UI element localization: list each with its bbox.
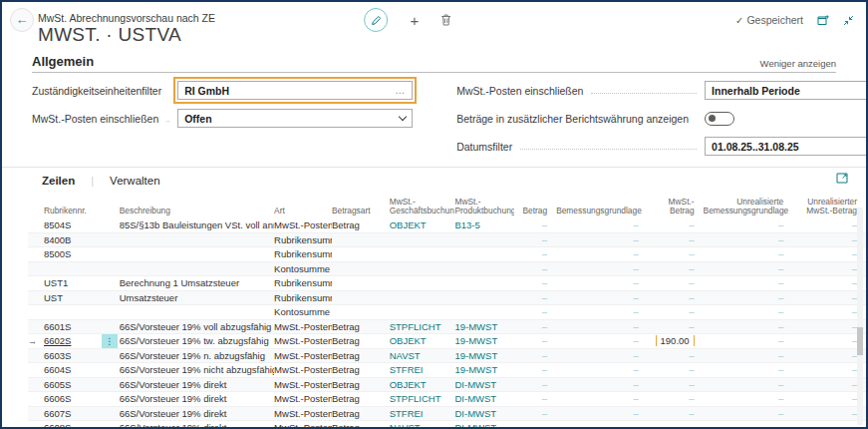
cell-mwst-produktbuchungsgruppe[interactable]: DI-MWST xyxy=(454,422,514,429)
table-row[interactable]: USTUmsatzsteuerRubrikensumme––––– xyxy=(28,291,866,306)
column-header[interactable]: MwSt.-Betrag xyxy=(648,198,704,216)
cell-beschreibung: 66S/Vorsteuer 19% nicht abzugsfähig xyxy=(120,364,274,375)
tab-verwalten[interactable]: Verwalten xyxy=(110,175,160,187)
cell-rubrikennr[interactable]: 6606S xyxy=(44,393,102,404)
cell-rubrikennr[interactable]: UST xyxy=(44,292,102,303)
cell-bemessungsgrundlage: – xyxy=(556,335,648,346)
table-row[interactable]: 8504S85S/§13b Bauleistungen VSt. voll an… xyxy=(28,218,866,233)
cell-rubrikennr[interactable]: 8504S xyxy=(44,219,102,230)
table-row[interactable]: 8500SRubrikensumme––––– xyxy=(28,247,866,262)
cell-mwst-geschaeftsbuchungsgruppe[interactable]: OBJEKT xyxy=(390,379,455,390)
field-value: 01.08.25..31.08.25 xyxy=(712,141,868,153)
table-row[interactable]: Kontosumme––––– xyxy=(28,305,866,320)
column-header[interactable]: Unrealisierter MwSt.-Betrag xyxy=(792,198,866,216)
collapse-button[interactable] xyxy=(843,15,854,26)
table-row[interactable]: 6601S66S/Vorsteuer 19% voll abzugsfähigM… xyxy=(28,320,866,335)
column-header[interactable]: MwSt.-Produktbuchungs... xyxy=(454,198,514,216)
cell-mwst-geschaeftsbuchungsgruppe[interactable]: STPFLICHT xyxy=(390,321,455,332)
cell-mwst-betrag: – xyxy=(648,393,704,404)
cell-mwst-produktbuchungsgruppe[interactable]: 19-MWST xyxy=(454,321,514,332)
datumsfilter-input[interactable]: 01.08.25..31.08.25 xyxy=(705,137,868,156)
cell-rubrikennr[interactable]: UST1 xyxy=(44,277,102,288)
cell-betragsart: Betrag xyxy=(332,422,390,429)
zustaendigkeitseinheitenfilter-input[interactable]: RI GmbH … xyxy=(177,81,413,100)
table-row[interactable]: 6603S66S/Vorsteuer 19% n. abzugsfähigMwS… xyxy=(28,349,866,364)
row-options-icon[interactable]: ⋮ xyxy=(102,334,118,348)
cell-mwst-geschaeftsbuchungsgruppe[interactable]: NAVST xyxy=(390,422,455,429)
cell-rubrikennr[interactable]: 6608S xyxy=(44,422,102,429)
mwst-posten-periode-select[interactable]: Innerhalb Periode xyxy=(705,81,868,100)
table-row[interactable]: →6602S⋮66S/Vorsteuer 19% tw. abzugsfähig… xyxy=(28,334,866,349)
edit-button[interactable] xyxy=(365,8,389,32)
delete-button[interactable] xyxy=(440,14,451,26)
cell-rubrikennr[interactable]: 6607S xyxy=(44,408,102,419)
cell-unrealisierte-bemessungsgrundlage: – xyxy=(704,393,793,404)
cell-mwst-produktbuchungsgruppe[interactable]: 19-MWST xyxy=(454,350,514,361)
cell-mwst-geschaeftsbuchungsgruppe[interactable]: OBJEKT xyxy=(390,219,455,230)
column-header[interactable]: Betragsart xyxy=(332,207,390,216)
cell-mwst-produktbuchungsgruppe[interactable]: 19-MWST xyxy=(454,364,514,375)
cell-mwst-geschaeftsbuchungsgruppe[interactable]: OBJEKT xyxy=(390,335,455,346)
cell-rubrikennr[interactable]: 6604S xyxy=(44,364,102,375)
show-less-link[interactable]: Weniger anzeigen xyxy=(760,58,836,69)
focus-mode-button[interactable] xyxy=(836,173,848,184)
cell-mwst-betrag: – xyxy=(648,234,704,245)
cell-beschreibung: Umsatzsteuer xyxy=(120,292,274,303)
cell-mwst-produktbuchungsgruppe[interactable]: DI-MWST xyxy=(454,379,514,390)
cell-beschreibung: 66S/Vorsteuer 19% direkt xyxy=(120,379,274,390)
assist-edit-button[interactable]: … xyxy=(395,85,406,96)
cell-mwst-betrag[interactable]: 190.00 xyxy=(648,335,704,346)
cell-rubrikennr[interactable]: 8500S xyxy=(44,248,102,259)
column-header[interactable]: Betrag xyxy=(514,207,556,216)
cell-rubrikennr[interactable]: 6601S xyxy=(44,321,102,332)
tab-separator: | xyxy=(91,175,94,187)
table-row[interactable]: 6605S66S/Vorsteuer 19% direktMwSt.-Poste… xyxy=(28,378,866,393)
cell-mwst-produktbuchungsgruppe[interactable]: 19-MWST xyxy=(454,335,514,346)
column-header[interactable]: Art xyxy=(274,207,332,216)
cell-mwst-produktbuchungsgruppe[interactable]: DI-MWST xyxy=(454,408,514,419)
cell-unrealisierter-mwst-betrag: – xyxy=(792,379,866,390)
cell-betragsart: Betrag xyxy=(332,379,390,390)
cell-rubrikennr[interactable]: 6603S xyxy=(44,350,102,361)
field-value: RI GmbH xyxy=(184,85,395,97)
berichtswaehrung-toggle[interactable] xyxy=(705,112,734,126)
cell-beschreibung: 66S/Vorsteuer 19% tw. abzugsfähig xyxy=(120,335,274,346)
column-header[interactable]: Beschreibung xyxy=(120,207,274,216)
table-row[interactable]: UST1Berechnung 1 UmsatzsteuerRubrikensum… xyxy=(28,276,866,291)
cell-mwst-produktbuchungsgruppe[interactable]: B13-5 xyxy=(454,219,514,230)
back-button[interactable]: ← xyxy=(10,8,34,32)
table-row[interactable]: Kontosumme––––– xyxy=(28,262,866,277)
table-row[interactable]: 6607S66S/Vorsteuer 19% direktMwSt.-Poste… xyxy=(28,407,866,422)
cell-mwst-geschaeftsbuchungsgruppe[interactable]: NAVST xyxy=(390,350,455,361)
table-row[interactable]: 6604S66S/Vorsteuer 19% nicht abzugsfähig… xyxy=(28,363,866,378)
breadcrumb[interactable]: MwSt. Abrechnungsvorschau nach ZE xyxy=(38,12,215,24)
vertical-scrollbar[interactable] xyxy=(857,208,863,425)
tab-zeilen[interactable]: Zeilen xyxy=(42,175,75,187)
cell-mwst-produktbuchungsgruppe[interactable]: DI-MWST xyxy=(454,393,514,404)
scrollbar-thumb[interactable] xyxy=(857,327,863,355)
cell-unrealisierte-bemessungsgrundlage: – xyxy=(704,277,793,288)
column-header[interactable]: Rubrikennr. xyxy=(44,207,102,216)
mwst-posten-select[interactable]: Offen xyxy=(177,109,413,128)
row-menu[interactable]: ⋮ xyxy=(102,334,120,348)
table-row[interactable]: 6606S66S/Vorsteuer 19% direktMwSt.-Poste… xyxy=(28,392,866,407)
cell-art: MwSt.-Posten-... xyxy=(274,335,332,346)
table-header-row: Rubrikennr.BeschreibungArtBetragsartMwSt… xyxy=(28,192,866,218)
cell-mwst-geschaeftsbuchungsgruppe[interactable]: STFREI xyxy=(390,408,455,419)
open-in-window-button[interactable] xyxy=(817,15,829,26)
cell-unrealisierte-bemessungsgrundlage: – xyxy=(704,408,793,419)
column-header[interactable]: Bemessungsgrundlage xyxy=(556,207,648,216)
cell-mwst-geschaeftsbuchungsgruppe[interactable]: STFREI xyxy=(390,364,455,375)
cell-rubrikennr[interactable]: 8400B xyxy=(44,234,102,245)
cell-rubrikennr[interactable]: 6602S xyxy=(44,335,102,346)
cell-rubrikennr[interactable]: 6605S xyxy=(44,379,102,390)
column-header[interactable]: Unrealisierte Bemessungsgrundlage xyxy=(704,198,793,216)
new-button[interactable]: + xyxy=(411,12,420,29)
cell-beschreibung: 66S/Vorsteuer 19% n. abzugsfähig xyxy=(120,350,274,361)
cell-mwst-geschaeftsbuchungsgruppe[interactable]: STPFLICHT xyxy=(390,393,455,404)
table-row[interactable]: 8400BRubrikensumme––––– xyxy=(28,233,866,248)
column-header[interactable]: MwSt.-Geschäftsbuchun... xyxy=(390,198,455,216)
table-row[interactable]: 6608S66S/Vorsteuer 19% direktMwSt.-Poste… xyxy=(28,421,866,429)
cell-mwst-betrag: – xyxy=(648,292,704,303)
table-body: 8504S85S/§13b Bauleistungen VSt. voll an… xyxy=(2,218,866,429)
